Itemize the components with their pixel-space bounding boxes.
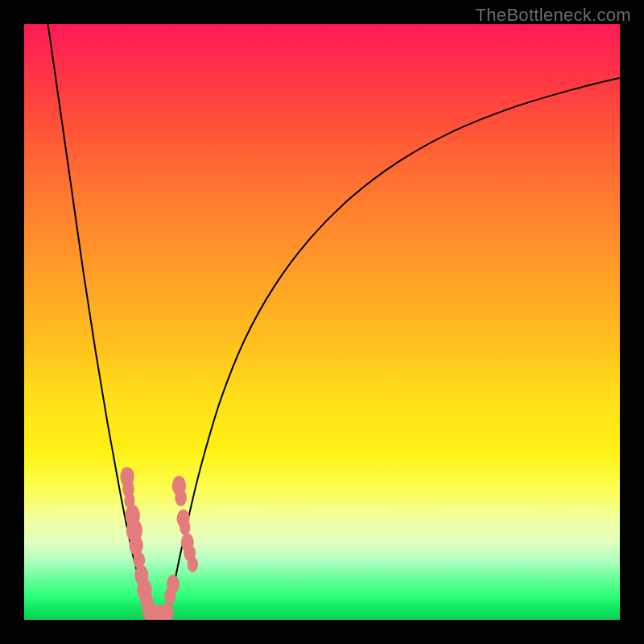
bead-marker [188, 557, 198, 572]
bead-marker [175, 489, 187, 506]
right-branch-curve [167, 78, 620, 620]
bead-marker [164, 588, 176, 605]
bead-marker [180, 520, 190, 535]
beads-group [120, 467, 198, 620]
watermark-text: TheBottleneck.com [476, 5, 631, 26]
plot-area [24, 24, 620, 620]
chart-frame: TheBottleneck.com [0, 0, 644, 644]
chart-svg [24, 24, 620, 620]
